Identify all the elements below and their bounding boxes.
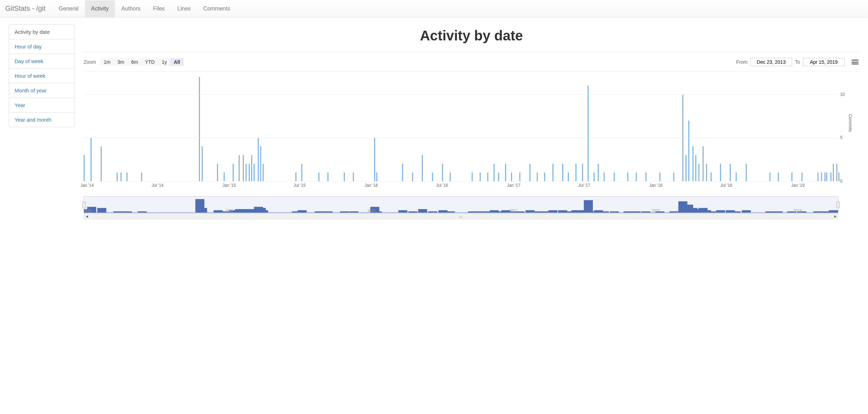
bar[interactable]: [645, 172, 646, 181]
nav-tab-comments[interactable]: Comments: [197, 0, 236, 17]
bar[interactable]: [199, 77, 200, 181]
navigator[interactable]: 201420152016201720182019: [84, 196, 838, 214]
bar[interactable]: [703, 146, 704, 181]
bar[interactable]: [838, 172, 839, 181]
nav-tab-general[interactable]: General: [53, 0, 85, 17]
bar[interactable]: [249, 164, 250, 181]
bar[interactable]: [614, 172, 615, 181]
zoom-6m[interactable]: 6m: [128, 58, 141, 66]
bar[interactable]: [688, 121, 689, 181]
bar[interactable]: [494, 164, 495, 181]
bar[interactable]: [432, 172, 433, 181]
bar[interactable]: [402, 164, 403, 181]
bar[interactable]: [246, 164, 247, 181]
bar[interactable]: [720, 164, 721, 181]
bar[interactable]: [817, 172, 819, 181]
bar[interactable]: [824, 172, 826, 181]
navigator-handle-left[interactable]: [82, 202, 86, 208]
zoom-1m[interactable]: 1m: [100, 58, 114, 66]
bar[interactable]: [251, 155, 252, 181]
bar[interactable]: [442, 164, 443, 181]
bar[interactable]: [233, 164, 234, 181]
bar[interactable]: [801, 172, 803, 181]
bar[interactable]: [84, 155, 85, 181]
bar[interactable]: [353, 172, 354, 181]
bar[interactable]: [260, 146, 261, 181]
bar[interactable]: [778, 172, 779, 181]
bar[interactable]: [604, 172, 605, 181]
bar[interactable]: [126, 172, 127, 181]
bar[interactable]: [254, 164, 255, 181]
bar[interactable]: [659, 172, 660, 181]
bar[interactable]: [575, 164, 576, 181]
bar[interactable]: [91, 138, 92, 181]
bar[interactable]: [217, 164, 218, 181]
bar[interactable]: [636, 172, 637, 181]
bar[interactable]: [224, 172, 225, 181]
navigator-scrollbar[interactable]: ◀ ||| ▶: [84, 214, 838, 219]
bar[interactable]: [830, 172, 831, 181]
bar[interactable]: [487, 172, 488, 181]
bar[interactable]: [101, 146, 102, 181]
bar[interactable]: [301, 164, 302, 181]
bar[interactable]: [121, 172, 122, 181]
bar[interactable]: [243, 155, 244, 181]
bar[interactable]: [706, 164, 707, 181]
bar[interactable]: [711, 172, 712, 181]
bar[interactable]: [376, 172, 377, 181]
scroll-track[interactable]: |||: [90, 214, 832, 219]
bar[interactable]: [450, 172, 451, 181]
navigator-handle-right[interactable]: [836, 202, 840, 208]
nav-tab-files[interactable]: Files: [147, 0, 171, 17]
bar[interactable]: [529, 164, 530, 181]
bar[interactable]: [562, 164, 563, 181]
bar[interactable]: [836, 164, 837, 181]
scroll-left-icon[interactable]: ◀: [84, 215, 90, 218]
bar[interactable]: [258, 138, 259, 181]
bar[interactable]: [327, 172, 328, 181]
bar[interactable]: [673, 172, 674, 181]
bar[interactable]: [295, 172, 296, 181]
bar[interactable]: [627, 172, 628, 181]
bar[interactable]: [472, 172, 473, 181]
bar[interactable]: [117, 172, 118, 181]
bar[interactable]: [263, 164, 264, 181]
bar[interactable]: [826, 172, 827, 181]
bar[interactable]: [344, 172, 345, 181]
bar[interactable]: [537, 172, 538, 181]
bar[interactable]: [730, 164, 731, 181]
bar[interactable]: [239, 155, 240, 181]
bar[interactable]: [791, 172, 792, 181]
nav-tab-activity[interactable]: Activity: [85, 0, 115, 17]
bar[interactable]: [695, 155, 696, 181]
chart[interactable]: 0510 Commits: [84, 77, 838, 182]
sidebar-item-hour-of-week[interactable]: Hour of week: [9, 69, 75, 83]
bar[interactable]: [698, 164, 699, 181]
bar[interactable]: [318, 172, 319, 181]
bar[interactable]: [374, 138, 375, 181]
nav-tab-lines[interactable]: Lines: [171, 0, 197, 17]
brand[interactable]: GitStats - /git: [5, 5, 46, 13]
bar[interactable]: [511, 172, 512, 181]
sidebar-item-month-of-year[interactable]: Month of year: [9, 83, 75, 98]
chart-menu-icon[interactable]: [851, 59, 859, 66]
zoom-ytd[interactable]: YTD: [141, 58, 158, 66]
zoom-all[interactable]: All: [170, 58, 184, 66]
bar[interactable]: [544, 172, 545, 181]
bar[interactable]: [769, 172, 770, 181]
zoom-1y[interactable]: 1y: [158, 58, 170, 66]
bar[interactable]: [505, 164, 506, 181]
bar[interactable]: [498, 172, 499, 181]
from-date-input[interactable]: [750, 58, 792, 66]
bar[interactable]: [422, 155, 423, 181]
to-date-input[interactable]: [803, 58, 845, 66]
sidebar-item-activity-by-date[interactable]: Activity by date: [9, 25, 75, 39]
bar[interactable]: [736, 172, 737, 181]
bar[interactable]: [412, 172, 413, 181]
bar[interactable]: [685, 155, 687, 181]
sidebar-item-year[interactable]: Year: [9, 98, 75, 113]
sidebar-item-year-and-month[interactable]: Year and month: [9, 113, 75, 127]
sidebar-item-hour-of-day[interactable]: Hour of day: [9, 39, 75, 54]
sidebar-item-day-of-week[interactable]: Day of week: [9, 54, 75, 69]
bar[interactable]: [588, 86, 589, 181]
